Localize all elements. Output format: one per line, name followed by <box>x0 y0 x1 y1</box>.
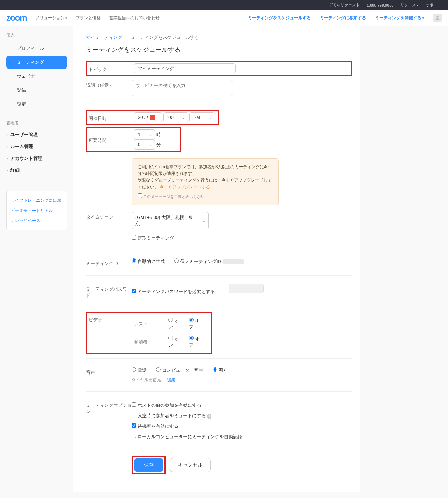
host-on-option[interactable]: オン <box>168 318 181 330</box>
opt-record-label: ローカルコンピューターにミーティングを自動記録 <box>138 434 242 439</box>
page-title: ミーティングをスケジュールする <box>86 45 352 54</box>
ampm-select[interactable]: PM <box>189 112 215 122</box>
join-link[interactable]: ミーティングに参加する <box>320 15 366 21</box>
breadcrumb-sep: › <box>126 35 127 40</box>
opt-record-checkbox[interactable] <box>132 434 136 438</box>
time-select[interactable]: :00 <box>163 112 188 122</box>
demo-link[interactable]: デモをリクエスト <box>329 2 360 8</box>
duration-mins-select[interactable]: 0 <box>134 140 155 150</box>
opt-before-label: ホストの前の参加を有効にする <box>138 403 201 408</box>
info-badge-icon: ? <box>207 414 211 419</box>
phone-link[interactable]: 1.888.799.9666 <box>367 3 393 7</box>
cancel-button[interactable]: キャンセル <box>170 458 211 472</box>
desc-textarea[interactable] <box>132 80 233 96</box>
audio-label: 音声 <box>86 367 132 376</box>
video-host-label: ホスト <box>134 321 168 327</box>
topbar: デモをリクエスト 1.888.799.9666 リソース サポート <box>0 0 448 10</box>
duration-field: 1 時 0 分 <box>134 129 179 150</box>
breadcrumb-my-meetings[interactable]: マイミーティング <box>86 35 122 40</box>
logo[interactable]: zoom <box>6 13 27 23</box>
notice-cb-label: このメッセージを二度と表示しない <box>143 194 205 199</box>
calendar-icon <box>150 115 155 120</box>
personal-label: 個人 <box>0 32 74 41</box>
sidebar-item-settings[interactable]: 設定 <box>6 98 67 111</box>
notice-line1: ご利用のZoom基本プランでは、参加者が3人以上のミーティングに40分の時間制限… <box>138 164 269 176</box>
upgrade-notice: ご利用のZoom基本プランでは、参加者が3人以上のミーティングに40分の時間制限… <box>132 158 279 205</box>
nav-solutions[interactable]: ソリューション <box>35 15 68 21</box>
hours-unit: 時 <box>156 132 161 137</box>
recurring-checkbox[interactable] <box>132 235 136 240</box>
dial-edit-link[interactable]: 編集 <box>167 377 175 382</box>
date-label: 開催日時 <box>89 113 134 122</box>
desc-label: 説明（任意） <box>86 80 132 88</box>
date-field: 20 / / :00 PM <box>134 112 217 122</box>
svg-point-0 <box>436 16 438 18</box>
sidebar-item-profile[interactable]: プロフィール <box>6 42 67 55</box>
opt-mute-checkbox[interactable] <box>132 413 136 417</box>
participant-on-option[interactable]: オン <box>168 336 181 348</box>
admin-label: 管理者 <box>0 120 74 129</box>
dial-label: ダイヤル発信元: <box>132 377 162 382</box>
sidebar: 個人 プロフィール ミーティング ウェビナー 記録 設定 管理者 ユーザー管理 … <box>0 26 74 492</box>
date-input[interactable]: 20 / / <box>134 112 162 122</box>
upgrade-link[interactable]: 今すぐアップグレードする <box>160 185 210 190</box>
options-label: ミーティングオプション <box>86 400 132 415</box>
pwd-input-mask[interactable] <box>229 284 264 293</box>
duration-hours-select[interactable]: 1 <box>134 129 155 140</box>
mins-unit: 分 <box>156 142 161 147</box>
schedule-link[interactable]: ミーティングをスケジュールする <box>248 15 311 21</box>
breadcrumb: マイミーティング › ミーティングをスケジュールする <box>86 34 352 41</box>
main: マイミーティング › ミーティングをスケジュールする ミーティングをスケジュール… <box>74 26 360 492</box>
audio-computer-option[interactable]: コンピューター音声 <box>156 368 203 373</box>
topic-input[interactable] <box>134 63 236 73</box>
pwd-require-option[interactable]: ミーティングパスワードを必要とする <box>132 289 215 294</box>
header: zoom ソリューション プランと価格 営業担当へのお問い合わせ ミーティングを… <box>0 10 448 26</box>
sidebar-item-webinar[interactable]: ウェビナー <box>6 70 67 83</box>
admin-item-user[interactable]: ユーザー管理 <box>0 129 74 141</box>
recurring-label: 定期ミーティング <box>138 235 174 241</box>
mid-pmi-option[interactable]: 個人ミーティングID <box>174 259 243 264</box>
opt-wait-label: 待機室を有効にする <box>138 424 178 429</box>
save-button[interactable]: 保存 <box>134 458 163 472</box>
mid-label: ミーティングID <box>86 258 132 267</box>
host-link[interactable]: ミーティングを開催する <box>375 15 424 21</box>
admin-item-room[interactable]: ルーム管理 <box>0 141 74 152</box>
pmi-mask <box>223 259 244 264</box>
sidebar-item-record[interactable]: 記録 <box>6 84 67 97</box>
topic-label: トピック <box>89 64 134 73</box>
admin-item-account[interactable]: アカウント管理 <box>0 152 74 164</box>
duration-label: 所要時間 <box>89 135 134 144</box>
support-link[interactable]: サポート <box>426 2 441 8</box>
audio-phone-option[interactable]: 電話 <box>132 368 147 373</box>
host-off-option[interactable]: オフ <box>189 318 201 330</box>
pwd-label: ミーティングパスワード <box>86 284 132 299</box>
header-nav: ソリューション プランと価格 営業担当へのお問い合わせ <box>35 15 248 21</box>
timezone-select[interactable]: (GMT+9:00) 大阪、札幌、東京 <box>132 212 209 229</box>
help-kb[interactable]: ナレッジベース <box>11 216 63 226</box>
nav-plans[interactable]: プランと価格 <box>76 15 101 21</box>
opt-wait-checkbox[interactable] <box>132 423 136 428</box>
avatar[interactable] <box>433 14 442 22</box>
resources-link[interactable]: リソース <box>400 2 419 8</box>
tz-label: タイムゾーン <box>86 212 132 220</box>
breadcrumb-current: ミーティングをスケジュールする <box>131 35 199 40</box>
video-label: ビデオ <box>89 315 134 351</box>
participant-off-option[interactable]: オフ <box>189 336 201 348</box>
admin-item-detail[interactable]: 詳細 <box>0 164 74 176</box>
video-participant-label: 参加者 <box>134 339 168 345</box>
header-right: ミーティングをスケジュールする ミーティングに参加する ミーティングを開催する <box>248 14 442 22</box>
audio-both-option[interactable]: 両方 <box>213 368 228 373</box>
sidebar-item-meeting[interactable]: ミーティング <box>6 56 67 69</box>
help-box: ライブトレーニングに出席 ビデオチュートリアル ナレッジベース <box>6 191 67 230</box>
opt-mute-label: 入室時に参加者をミュートにする <box>138 413 206 418</box>
help-live[interactable]: ライブトレーニングに出席 <box>11 195 63 206</box>
opt-before-checkbox[interactable] <box>132 402 136 407</box>
help-video[interactable]: ビデオチュートリアル <box>11 206 63 216</box>
nav-contact[interactable]: 営業担当へのお問い合わせ <box>109 15 160 21</box>
notice-hide-checkbox[interactable] <box>138 193 142 198</box>
mid-auto-option[interactable]: 自動的に生成 <box>132 259 165 264</box>
